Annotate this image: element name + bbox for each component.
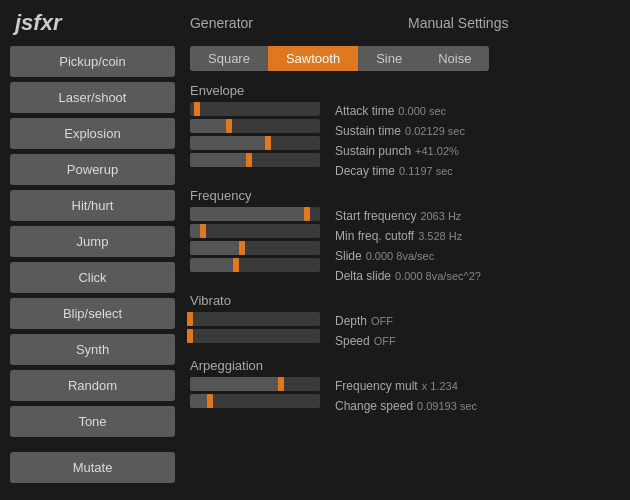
param-label: Sustain punch — [335, 144, 411, 158]
slider-thumb — [278, 377, 284, 391]
slider-fill — [190, 377, 281, 391]
param-value: OFF — [374, 335, 396, 347]
slider-row[interactable] — [190, 377, 330, 391]
param-value: 2063 Hz — [420, 210, 461, 222]
param-value: +41.02% — [415, 145, 459, 157]
param-row: SpeedOFF — [335, 332, 620, 349]
slider-row[interactable] — [190, 329, 330, 343]
gen-btn-click[interactable]: Click — [10, 262, 175, 293]
param-label: Speed — [335, 334, 370, 348]
arpeggiation-label: Arpeggiation — [190, 358, 620, 373]
param-value: 0.000 8va/sec^2? — [395, 270, 481, 282]
slider-thumb — [233, 258, 239, 272]
param-label: Depth — [335, 314, 367, 328]
param-row: Attack time0.000 sec — [335, 102, 620, 119]
generator-title: Generator — [141, 15, 301, 31]
gen-btn-jump[interactable]: Jump — [10, 226, 175, 257]
wave-tab-sawtooth[interactable]: Sawtooth — [268, 46, 358, 71]
slider-thumb — [187, 329, 193, 343]
slider-row[interactable] — [190, 258, 330, 272]
slider-row[interactable] — [190, 207, 330, 221]
gen-btn-powerup[interactable]: Powerup — [10, 154, 175, 185]
slider-track — [190, 258, 320, 272]
param-row: Slide0.000 8va/sec — [335, 247, 620, 264]
slider-thumb — [187, 312, 193, 326]
slider-track — [190, 329, 320, 343]
arpeggiation-section: Frequency multx 1.234Change speed0.09193… — [190, 377, 620, 417]
param-row: Frequency multx 1.234 — [335, 377, 620, 394]
slider-row[interactable] — [190, 312, 330, 326]
slider-thumb — [226, 119, 232, 133]
wave-tab-noise[interactable]: Noise — [420, 46, 489, 71]
gen-btn-blip-select[interactable]: Blip/select — [10, 298, 175, 329]
frequency-section: Start frequency2063 HzMin freq. cutoff3.… — [190, 207, 620, 287]
param-value: 0.000 8va/sec — [366, 250, 435, 262]
slider-row[interactable] — [190, 102, 330, 116]
param-value: 0.000 sec — [398, 105, 446, 117]
generator-column: Pickup/coinLaser/shootExplosionPowerupHi… — [10, 46, 185, 483]
slider-thumb — [207, 394, 213, 408]
param-row: Change speed0.09193 sec — [335, 397, 620, 414]
gen-btn-synth[interactable]: Synth — [10, 334, 175, 365]
param-row: Sustain punch+41.02% — [335, 142, 620, 159]
param-value: 0.09193 sec — [417, 400, 477, 412]
param-label: Start frequency — [335, 209, 416, 223]
param-value: x 1.234 — [422, 380, 458, 392]
param-label: Delta slide — [335, 269, 391, 283]
vibrato-section: DepthOFFSpeedOFF — [190, 312, 620, 352]
settings-title: Manual Settings — [301, 15, 615, 31]
slider-track — [190, 224, 320, 238]
slider-row[interactable] — [190, 224, 330, 238]
slider-thumb — [194, 102, 200, 116]
param-value: 3.528 Hz — [418, 230, 462, 242]
slider-thumb — [200, 224, 206, 238]
param-row: Sustain time0.02129 sec — [335, 122, 620, 139]
slider-row[interactable] — [190, 136, 330, 150]
gen-btn-random[interactable]: Random — [10, 370, 175, 401]
param-value: OFF — [371, 315, 393, 327]
gen-btn-explosion[interactable]: Explosion — [10, 118, 175, 149]
param-value: 0.02129 sec — [405, 125, 465, 137]
slider-row[interactable] — [190, 241, 330, 255]
envelope-section: Attack time0.000 secSustain time0.02129 … — [190, 102, 620, 182]
slider-thumb — [246, 153, 252, 167]
slider-row[interactable] — [190, 153, 330, 167]
slider-thumb — [265, 136, 271, 150]
slider-fill — [190, 241, 242, 255]
frequency-label: Frequency — [190, 188, 620, 203]
slider-track — [190, 312, 320, 326]
wave-tab-sine[interactable]: Sine — [358, 46, 420, 71]
param-label: Frequency mult — [335, 379, 418, 393]
slider-track — [190, 377, 320, 391]
slider-track — [190, 207, 320, 221]
slider-fill — [190, 136, 268, 150]
logo: jsfxr — [15, 10, 61, 36]
gen-btn-tone[interactable]: Tone — [10, 406, 175, 437]
gen-btn-laser-shoot[interactable]: Laser/shoot — [10, 82, 175, 113]
param-label: Attack time — [335, 104, 394, 118]
mutate-button[interactable]: Mutate — [10, 452, 175, 483]
slider-track — [190, 153, 320, 167]
slider-track — [190, 136, 320, 150]
param-label: Sustain time — [335, 124, 401, 138]
vibrato-label: Vibrato — [190, 293, 620, 308]
slider-track — [190, 102, 320, 116]
gen-btn-pickup-coin[interactable]: Pickup/coin — [10, 46, 175, 77]
param-label: Decay time — [335, 164, 395, 178]
slider-fill — [190, 153, 249, 167]
param-label: Slide — [335, 249, 362, 263]
param-row: DepthOFF — [335, 312, 620, 329]
envelope-label: Envelope — [190, 83, 620, 98]
settings-column: SquareSawtoothSineNoise Envelope Attack … — [185, 46, 620, 483]
slider-thumb — [239, 241, 245, 255]
param-label: Min freq. cutoff — [335, 229, 414, 243]
param-row: Min freq. cutoff3.528 Hz — [335, 227, 620, 244]
slider-row[interactable] — [190, 119, 330, 133]
gen-btn-hit-hurt[interactable]: Hit/hurt — [10, 190, 175, 221]
wave-tab-square[interactable]: Square — [190, 46, 268, 71]
param-label: Change speed — [335, 399, 413, 413]
param-row: Start frequency2063 Hz — [335, 207, 620, 224]
slider-track — [190, 241, 320, 255]
slider-row[interactable] — [190, 394, 330, 408]
wave-tabs: SquareSawtoothSineNoise — [190, 46, 620, 71]
